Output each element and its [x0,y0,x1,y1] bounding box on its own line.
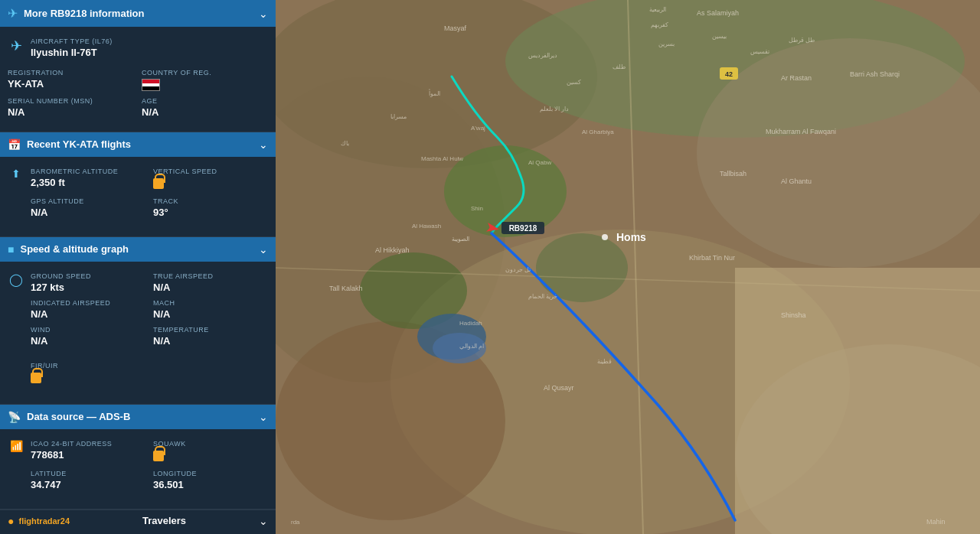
speed-graph-title: Speed & altitude graph [20,243,129,255]
mach-value: N/A [153,308,268,320]
svg-text:A'waj: A'waj [471,125,485,132]
longitude-label: LONGITUDE [153,470,268,477]
svg-text:Ar Rastan: Ar Rastan [781,74,812,82]
svg-point-17 [489,226,494,230]
ground-speed-label: GROUND SPEED [31,272,145,280]
icao-label: ICAO 24-BIT ADDRESS [31,440,145,448]
svg-text:Tall Kalakh: Tall Kalakh [329,285,363,292]
svg-text:باك: باك [341,140,349,147]
svg-text:كسين: كسين [567,79,581,86]
latitude-value: 34.747 [31,479,145,490]
wind-label: WIND [31,326,145,334]
svg-text:الصويبة: الصويبة [452,236,469,243]
antenna-icon: 📡 [8,411,21,423]
svg-text:مسرابا: مسرابا [390,113,407,120]
svg-text:Al Qusayr: Al Qusayr [544,384,574,392]
icao-value: 778681 [31,449,145,461]
wind-value: N/A [31,335,145,347]
svg-text:Hadidah: Hadidah [459,320,482,327]
fr24-logo-icon: ● [8,515,14,527]
svg-text:طلف: طلف [612,63,626,70]
recent-flights-title: Recent YK-ATA flights [27,138,131,150]
speed-graph-body: ◯ GROUND SPEED 127 kts TRUE AIRSPEED N/A… [0,262,276,404]
svg-text:خرية الحمام: خرية الحمام [528,293,557,300]
svg-text:Barri Ash Sharqi: Barri Ash Sharqi [850,70,900,78]
true-airspeed-label: TRUE AIRSPEED [153,272,268,280]
aircraft-type-icon: ✈ [8,37,24,54]
svg-text:As Salamiyah: As Salamiyah [697,9,739,17]
serial-label: SERIAL NUMBER (MSN) [8,97,134,105]
calendar-icon: 📅 [8,138,21,151]
svg-text:الربيعية: الربيعية [649,6,666,13]
left-panel: ✈ More RB9218 information ⌄ ✈ AIRCRAFT T… [0,0,276,534]
speed-graph-chevron: ⌄ [259,243,268,256]
signal-icon: 📶 [8,440,24,452]
fir-lock [31,371,268,386]
vert-speed-lock [153,177,268,191]
svg-text:rda: rda [291,519,300,526]
svg-text:Tallbisah: Tallbisah [720,170,746,177]
vert-speed-label: VERTICAL SPEED [153,168,268,175]
temperature-label: TEMPERATURE [153,326,268,334]
svg-text:Masyaf: Masyaf [444,24,467,32]
track-value: 93° [153,207,268,218]
aircraft-type-value: Ilyushin Il-76T [31,47,268,58]
svg-text:Khirbat Tin Nur: Khirbat Tin Nur [689,254,735,262]
svg-text:دار الا بلعلم: دار الا بلعلم [540,106,569,112]
svg-text:بسرين: بسرين [658,41,675,47]
svg-text:42: 42 [725,70,733,78]
svg-text:Shinsha: Shinsha [781,311,806,319]
map-svg: RB9218 Homs Masyaf As Salamiyah Ar Rasta… [276,0,980,534]
svg-text:Al Hawash: Al Hawash [412,223,441,230]
indicated-airspeed-label: INDICATED AIRSPEED [31,299,145,307]
temperature-value: N/A [153,335,268,347]
more-info-header[interactable]: ✈ More RB9218 information ⌄ [0,0,276,27]
travelers-label: Travelers [142,515,186,526]
svg-text:قطينة: قطينة [597,358,612,365]
svg-text:ام الدوالي: ام الدوالي [459,343,484,350]
latitude-label: LATITUDE [31,470,145,477]
flight-label: RB9218 [509,224,537,233]
svg-text:Mukharram Al Fawqani: Mukharram Al Fawqani [766,128,836,135]
registration-label: REGISTRATION [8,69,134,77]
age-label: AGE [142,97,268,105]
data-source-header[interactable]: 📡 Data source — ADS-B ⌄ [0,405,276,429]
syria-flag [142,79,160,91]
footer-brand: ● flightradar24 [8,515,70,527]
svg-point-19 [602,234,608,240]
baro-alt-value: 2,350 ft [31,177,145,188]
squawk-lock [153,449,268,464]
more-info-title: More RB9218 information [24,8,144,19]
speed-graph-icon: ■ [8,243,14,256]
country-flag [142,78,268,91]
speed-graph-header[interactable]: ■ Speed & altitude graph ⌄ [0,237,276,262]
svg-text:Mahin: Mahin [926,518,946,526]
fir-label: FIR/UIR [31,362,268,370]
registration-value: YK-ATA [8,78,134,90]
speedometer-icon: ◯ [8,272,24,287]
lock-icon-vert [153,178,164,189]
svg-text:ديرالفرديس: ديرالفرديس [528,52,557,59]
data-source-chevron: ⌄ [259,411,268,423]
aircraft-type-label: AIRCRAFT TYPE (IL76) [31,37,268,45]
svg-text:Al Qabw: Al Qabw [528,159,551,166]
track-label: TRACK [153,197,268,205]
svg-rect-8 [735,268,980,534]
mach-label: MACH [153,299,268,307]
indicated-airspeed-value: N/A [31,308,145,320]
gps-alt-value: N/A [31,207,145,218]
svg-text:Al Hikkiyah: Al Hikkiyah [375,246,410,254]
city-homs: Homs [616,231,646,243]
more-info-chevron: ⌄ [259,8,268,20]
gps-alt-label: GPS ALTITUDE [31,197,145,205]
svg-text:طل قرطل: طل قرطل [789,37,815,44]
longitude-value: 36.501 [153,479,268,490]
map-area[interactable]: RB9218 Homs Masyaf As Salamiyah Ar Rasta… [276,0,980,534]
squawk-label: SQUAWK [153,440,268,448]
svg-text:Shin: Shin [471,205,483,212]
svg-text:تقسيس: تقسيس [750,48,769,55]
recent-flights-header[interactable]: 📅 Recent YK-ATA flights ⌄ [0,132,276,157]
age-value: N/A [142,106,268,118]
recent-flights-body: ⬆ BAROMETRIC ALTITUDE 2,350 ft VERTICAL … [0,157,276,236]
fr24-brand-text: flightradar24 [18,516,70,526]
